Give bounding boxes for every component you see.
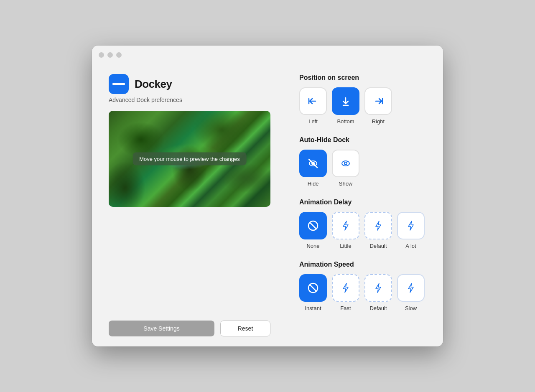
delay-none-button[interactable] — [299, 212, 327, 239]
lightning-alot-icon — [404, 219, 418, 232]
eye-icon — [339, 157, 352, 170]
autohide-hide-label: Hide — [308, 181, 319, 187]
bottom-buttons: Save Settings Reset — [109, 321, 270, 336]
autohide-hide-item[interactable]: Hide — [299, 150, 327, 187]
circle-slash-speed-icon — [306, 281, 320, 295]
animation-speed-option-group: Instant Fast — [299, 274, 428, 311]
arrow-down-icon — [339, 94, 352, 108]
traffic-lights — [99, 52, 122, 58]
lightning-default-icon — [372, 219, 385, 232]
main-window: Dockey Advanced Dock preferences Move yo… — [92, 46, 443, 346]
position-right-label: Right — [372, 118, 385, 125]
position-left-item[interactable]: Left — [299, 87, 327, 125]
svg-marker-13 — [343, 221, 348, 230]
position-option-group: Left Bottom — [299, 87, 428, 125]
maximize-button[interactable] — [116, 52, 122, 58]
delay-default-button[interactable] — [364, 212, 392, 239]
circle-slash-icon — [306, 219, 320, 232]
autohide-hide-button[interactable] — [299, 150, 327, 177]
position-bottom-button[interactable] — [332, 87, 359, 115]
position-right-button[interactable] — [364, 87, 392, 115]
svg-marker-15 — [408, 221, 413, 230]
autohide-option-group: Hide Show — [299, 150, 428, 187]
svg-line-12 — [310, 223, 316, 229]
speed-slow-item[interactable]: Slow — [397, 274, 425, 311]
delay-none-item[interactable]: None — [299, 212, 327, 249]
delay-little-item[interactable]: Little — [332, 212, 359, 249]
position-left-label: Left — [308, 118, 318, 125]
preview-image: Move your mouse to preview the changes — [109, 111, 270, 207]
delay-default-item[interactable]: Default — [364, 212, 392, 249]
speed-default-button[interactable] — [364, 274, 392, 302]
window-content: Dockey Advanced Dock preferences Move yo… — [92, 64, 443, 346]
speed-instant-label: Instant — [305, 305, 321, 311]
lightning-fast-icon — [339, 281, 352, 295]
autohide-show-label: Show — [339, 181, 353, 187]
svg-marker-18 — [343, 283, 348, 293]
animation-speed-title: Animation Speed — [299, 261, 428, 268]
speed-slow-button[interactable] — [397, 274, 425, 302]
animation-delay-title: Animation Delay — [299, 199, 428, 206]
right-panel: Position on screen Left — [284, 64, 443, 346]
close-button[interactable] — [99, 52, 104, 58]
speed-instant-item[interactable]: Instant — [299, 274, 327, 311]
speed-fast-button[interactable] — [332, 274, 359, 302]
position-section: Position on screen Left — [299, 74, 428, 125]
delay-little-label: Little — [340, 243, 351, 249]
position-section-title: Position on screen — [299, 74, 428, 81]
save-settings-button[interactable]: Save Settings — [109, 321, 214, 336]
reset-button[interactable]: Reset — [220, 321, 270, 336]
preview-tooltip: Move your mouse to preview the changes — [132, 153, 247, 165]
app-subtitle: Advanced Dock preferences — [109, 97, 270, 103]
lightning-slow-icon — [404, 281, 418, 295]
arrow-left-icon — [306, 94, 320, 108]
speed-slow-label: Slow — [405, 305, 417, 311]
delay-little-button[interactable] — [332, 212, 359, 239]
delay-none-label: None — [306, 243, 319, 249]
delay-alot-item[interactable]: A lot — [397, 212, 425, 249]
titlebar — [92, 46, 443, 64]
arrow-right-icon — [372, 94, 385, 108]
app-title: Dockey — [135, 78, 172, 91]
speed-fast-item[interactable]: Fast — [332, 274, 359, 311]
animation-speed-section: Animation Speed Instant — [299, 261, 428, 311]
app-icon-decoration — [112, 83, 125, 85]
position-right-item[interactable]: Right — [364, 87, 392, 125]
lightning-speed-default-icon — [372, 281, 385, 295]
autohide-show-button[interactable] — [332, 150, 359, 177]
svg-point-10 — [344, 162, 347, 165]
svg-point-9 — [342, 161, 349, 166]
animation-delay-option-group: None Little — [299, 212, 428, 249]
speed-default-item[interactable]: Default — [364, 274, 392, 311]
autohide-show-item[interactable]: Show — [332, 150, 359, 187]
autohide-section: Auto-Hide Dock Hide — [299, 136, 428, 187]
app-icon — [109, 74, 129, 94]
app-header: Dockey — [109, 74, 270, 94]
svg-marker-14 — [376, 221, 381, 230]
left-panel: Dockey Advanced Dock preferences Move yo… — [92, 64, 284, 346]
svg-line-17 — [310, 285, 316, 291]
speed-fast-label: Fast — [340, 305, 351, 311]
delay-default-label: Default — [369, 243, 387, 249]
speed-instant-button[interactable] — [299, 274, 327, 302]
eye-off-icon — [306, 157, 320, 170]
svg-marker-20 — [408, 283, 413, 293]
animation-delay-section: Animation Delay None — [299, 199, 428, 249]
minimize-button[interactable] — [107, 52, 113, 58]
autohide-section-title: Auto-Hide Dock — [299, 136, 428, 144]
position-left-button[interactable] — [299, 87, 327, 115]
lightning-icon — [339, 219, 352, 232]
position-bottom-item[interactable]: Bottom — [332, 87, 359, 125]
delay-alot-button[interactable] — [397, 212, 425, 239]
svg-marker-19 — [376, 283, 381, 293]
position-bottom-label: Bottom — [337, 118, 354, 125]
delay-alot-label: A lot — [405, 243, 416, 249]
speed-default-label: Default — [369, 305, 387, 311]
